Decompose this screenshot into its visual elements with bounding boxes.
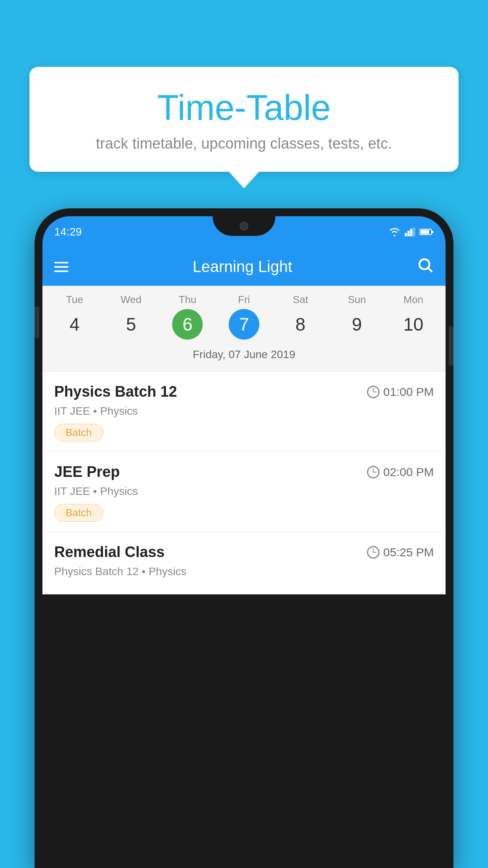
calendar-strip: Tue4Wed5Thu6Fri7Sat8Sun9Mon10 Friday, 07… <box>42 286 446 371</box>
day-number: 10 <box>398 309 429 340</box>
schedule-list: Physics Batch 1201:00 PMIIT JEE • Physic… <box>42 371 446 594</box>
schedule-title: JEE Prep <box>54 463 120 480</box>
batch-badge: Batch <box>54 424 103 441</box>
svg-rect-6 <box>432 231 433 233</box>
time-text: 05:25 PM <box>383 546 434 559</box>
day-label: Thu <box>179 294 196 306</box>
day-label: Wed <box>121 294 141 306</box>
day-number: 8 <box>285 309 316 340</box>
power-button-right <box>449 326 453 366</box>
phone-screen: Tue4Wed5Thu6Fri7Sat8Sun9Mon10 Friday, 07… <box>42 286 446 594</box>
calendar-day-thu[interactable]: Thu6 <box>162 294 213 340</box>
schedule-time: 01:00 PM <box>367 385 434 399</box>
tooltip-card: Time-Table track timetable, upcoming cla… <box>29 67 459 172</box>
hamburger-menu-button[interactable] <box>54 262 68 272</box>
days-row: Tue4Wed5Thu6Fri7Sat8Sun9Mon10 <box>46 294 442 340</box>
volume-button-left <box>35 307 39 338</box>
app-bar: Learning Light <box>42 248 446 286</box>
calendar-day-wed[interactable]: Wed5 <box>106 294 157 340</box>
svg-rect-0 <box>405 233 407 236</box>
schedule-item-header: Remedial Class05:25 PM <box>54 544 434 561</box>
battery-icon <box>420 227 434 237</box>
tooltip-subtitle: track timetable, upcoming classes, tests… <box>53 135 435 152</box>
svg-line-8 <box>428 268 431 271</box>
search-button[interactable] <box>416 256 434 277</box>
svg-rect-5 <box>420 230 429 234</box>
time-text: 02:00 PM <box>383 465 434 479</box>
selected-date-label: Friday, 07 June 2019 <box>46 344 442 367</box>
clock-icon <box>367 546 380 559</box>
day-label: Sat <box>293 294 308 306</box>
phone-mockup: 14:29 <box>35 208 453 868</box>
phone-notch <box>213 216 275 236</box>
time-text: 01:00 PM <box>383 385 434 399</box>
clock-icon <box>367 466 380 478</box>
day-number: 6 <box>172 309 203 340</box>
schedule-subtitle: IIT JEE • Physics <box>54 405 434 417</box>
schedule-item-header: JEE Prep02:00 PM <box>54 463 434 480</box>
day-label: Tue <box>66 294 83 306</box>
schedule-item-2[interactable]: Remedial Class05:25 PMPhysics Batch 12 •… <box>42 532 446 594</box>
svg-rect-1 <box>407 231 410 236</box>
day-number: 9 <box>341 309 372 340</box>
svg-rect-2 <box>410 229 413 237</box>
schedule-time: 05:25 PM <box>367 546 434 559</box>
status-icons <box>388 227 434 237</box>
signal-icon <box>405 227 416 237</box>
day-number: 7 <box>229 309 259 340</box>
calendar-day-mon[interactable]: Mon10 <box>388 294 439 340</box>
camera <box>240 222 248 230</box>
day-label: Sun <box>348 294 366 306</box>
schedule-time: 02:00 PM <box>367 465 434 479</box>
schedule-item-0[interactable]: Physics Batch 1201:00 PMIIT JEE • Physic… <box>42 371 446 452</box>
schedule-title: Remedial Class <box>54 544 165 561</box>
svg-rect-3 <box>413 228 415 236</box>
schedule-item-1[interactable]: JEE Prep02:00 PMIIT JEE • PhysicsBatch <box>42 452 446 532</box>
schedule-title: Physics Batch 12 <box>54 383 177 400</box>
calendar-day-sat[interactable]: Sat8 <box>275 294 326 340</box>
day-number: 5 <box>116 309 147 340</box>
status-time: 14:29 <box>54 226 82 238</box>
schedule-subtitle: Physics Batch 12 • Physics <box>54 565 434 578</box>
app-title: Learning Light <box>193 258 292 276</box>
schedule-item-header: Physics Batch 1201:00 PM <box>54 383 434 400</box>
wifi-icon <box>388 227 401 237</box>
clock-icon <box>367 386 380 398</box>
day-number: 4 <box>59 309 90 340</box>
calendar-day-fri[interactable]: Fri7 <box>218 294 270 340</box>
day-label: Mon <box>404 294 424 306</box>
batch-badge: Batch <box>54 504 103 522</box>
calendar-day-tue[interactable]: Tue4 <box>49 294 100 340</box>
tooltip-title: Time-Table <box>53 88 435 127</box>
status-bar: 14:29 <box>42 216 446 248</box>
day-label: Fri <box>238 294 250 306</box>
schedule-subtitle: IIT JEE • Physics <box>54 485 434 498</box>
calendar-day-sun[interactable]: Sun9 <box>331 294 382 340</box>
